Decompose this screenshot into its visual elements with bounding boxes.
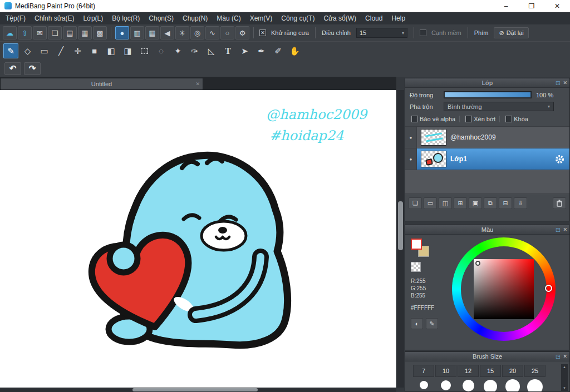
- select-eraser-tool[interactable]: ◺: [204, 43, 219, 58]
- menu-edit[interactable]: Chỉnh sửa(E): [30, 12, 78, 24]
- copy-layer-button[interactable]: ⧉: [484, 197, 497, 209]
- brush-preview-dot[interactable]: [463, 380, 474, 391]
- select-pen-tool[interactable]: ✑: [187, 43, 202, 58]
- select-rect-tool[interactable]: [137, 43, 152, 58]
- scroll-up-icon[interactable]: ▲: [563, 365, 566, 369]
- canvas-area[interactable]: @hamhoc2009 #hoidap24: [0, 90, 396, 388]
- brush-circle-icon[interactable]: ●: [115, 26, 129, 39]
- menu-select[interactable]: Chọn(S): [144, 12, 178, 24]
- blend-mode-dropdown[interactable]: Bình thường ▾: [444, 102, 554, 111]
- minimize-button[interactable]: –: [493, 0, 519, 12]
- brush-size-25[interactable]: 25: [524, 365, 546, 377]
- palette-edit-button[interactable]: ✎: [426, 318, 438, 329]
- popout-icon[interactable]: ◳: [556, 354, 561, 359]
- antialias-checkbox[interactable]: ✕: [259, 29, 266, 36]
- close-icon[interactable]: ✕: [563, 80, 567, 86]
- brush-preview-dot[interactable]: [441, 380, 451, 390]
- magic-wand-tool[interactable]: ✦: [170, 43, 185, 58]
- delete-layer-button[interactable]: [553, 197, 566, 209]
- pen-tool[interactable]: ✒: [254, 43, 269, 58]
- brush-preview-dot[interactable]: [484, 380, 497, 392]
- soft-edge-checkbox[interactable]: [420, 29, 426, 36]
- brush-preview-dot[interactable]: [420, 381, 428, 389]
- palette-button[interactable]: ◐: [411, 318, 423, 329]
- menu-snap[interactable]: Chụp(N): [178, 12, 212, 24]
- layer-row-hamhoc[interactable]: ● @hamhoc2009: [405, 127, 569, 148]
- operation-tool[interactable]: ➤: [237, 43, 252, 58]
- brush-scatter-icon[interactable]: ✳: [175, 26, 189, 39]
- text-tool[interactable]: T: [220, 43, 235, 58]
- chat-icon[interactable]: ❏: [48, 26, 62, 39]
- brush-size-7[interactable]: 7: [413, 365, 434, 377]
- brush-preview-dot[interactable]: [505, 379, 520, 392]
- eyedropper-tool[interactable]: ✐: [271, 43, 286, 58]
- scroll-down-icon[interactable]: ▼: [563, 386, 566, 390]
- line-tool[interactable]: ╱: [53, 43, 68, 58]
- material-grid-icon[interactable]: ▦: [78, 26, 92, 39]
- protect-alpha-checkbox[interactable]: [411, 116, 418, 122]
- menu-cloud[interactable]: Cloud: [361, 12, 387, 24]
- brush-size-12[interactable]: 12: [458, 365, 479, 377]
- opacity-slider[interactable]: [444, 91, 532, 98]
- maximize-button[interactable]: ❐: [519, 0, 544, 12]
- canvas-horizontal-scrollbar[interactable]: [0, 388, 396, 392]
- transparent-color-swatch[interactable]: [411, 262, 421, 272]
- brush-preview-dot[interactable]: [527, 379, 543, 392]
- reset-button[interactable]: ⊘ Đặt lại: [494, 27, 528, 38]
- move-tool[interactable]: ✛: [70, 43, 85, 58]
- clipping-checkbox[interactable]: [465, 116, 472, 122]
- brush-size-15[interactable]: 15: [480, 365, 501, 377]
- brush-grid-icon[interactable]: ▦: [145, 26, 159, 39]
- add-layer-menu-button[interactable]: ⊞: [454, 197, 467, 209]
- gradient-tool[interactable]: ◨: [120, 43, 135, 58]
- transfer-button[interactable]: ⇩: [514, 197, 527, 209]
- merge-down-button[interactable]: ⊟: [499, 197, 512, 209]
- foreground-background-swatches[interactable]: [411, 239, 431, 259]
- menu-tools[interactable]: Công cụ(T): [277, 12, 319, 24]
- comment-icon[interactable]: ✉: [33, 26, 47, 39]
- popout-icon[interactable]: ◳: [556, 80, 561, 86]
- brush-concentric-icon[interactable]: ◎: [190, 26, 204, 39]
- redo-button[interactable]: ↷: [24, 62, 41, 75]
- menu-file[interactable]: Tệp(F): [1, 12, 30, 24]
- brush-gradient-icon[interactable]: ▥: [130, 26, 144, 39]
- add-layer-button[interactable]: ❏: [409, 197, 422, 209]
- hue-cursor[interactable]: [545, 285, 552, 292]
- brush-triangle-icon[interactable]: ◀: [160, 26, 174, 39]
- menu-layer[interactable]: Lớp(L): [78, 12, 107, 24]
- canvas-tab[interactable]: Untitled ✕: [0, 78, 203, 90]
- bucket-tool[interactable]: ◧: [104, 43, 119, 58]
- saturation-value-cursor[interactable]: [475, 261, 480, 266]
- duplicate-layer-button[interactable]: ◫: [439, 197, 452, 209]
- foreground-color-swatch[interactable]: [411, 239, 422, 250]
- brush-settings-icon[interactable]: ⚙: [235, 26, 249, 39]
- close-icon[interactable]: ✕: [563, 354, 567, 359]
- lock-checkbox[interactable]: [505, 116, 512, 122]
- add-folder-button[interactable]: ▭: [424, 197, 437, 209]
- publish-icon[interactable]: ⇧: [18, 26, 32, 39]
- menu-filter[interactable]: Bộ lọc(R): [107, 12, 144, 24]
- brush-curve-icon[interactable]: ∿: [205, 26, 219, 39]
- brush-size-10[interactable]: 10: [435, 365, 456, 377]
- canvas-vertical-scrollbar[interactable]: [396, 90, 404, 388]
- layer-visibility-toggle[interactable]: ●: [405, 127, 417, 148]
- eraser-tool[interactable]: ◇: [20, 43, 35, 58]
- brush-ring-icon[interactable]: ○: [220, 26, 234, 39]
- horizontal-scrollbar-thumb[interactable]: [132, 388, 258, 391]
- menu-color[interactable]: Màu (C): [212, 12, 245, 24]
- undo-button[interactable]: ↶: [4, 62, 21, 75]
- close-icon[interactable]: ✕: [563, 227, 567, 232]
- menu-window[interactable]: Cửa sổ(W): [319, 12, 361, 24]
- brush-panel-scrollbar[interactable]: ▲ ▼: [561, 364, 568, 391]
- saturation-value-box[interactable]: [474, 259, 534, 319]
- adjust-value-dropdown[interactable]: 15 ▾: [356, 28, 407, 38]
- layer-row-lop1[interactable]: ● Lớp1: [405, 148, 569, 170]
- popout-icon[interactable]: ◳: [556, 227, 561, 232]
- vertical-scrollbar-thumb[interactable]: [398, 201, 403, 250]
- hand-tool[interactable]: ✋: [287, 43, 302, 58]
- lasso-tool[interactable]: ◌: [154, 43, 169, 58]
- palette-cells-icon[interactable]: ▩: [93, 26, 107, 39]
- menu-help[interactable]: Help: [387, 12, 410, 24]
- brush-tool[interactable]: ✎: [3, 43, 18, 58]
- menu-view[interactable]: Xem(V): [245, 12, 277, 24]
